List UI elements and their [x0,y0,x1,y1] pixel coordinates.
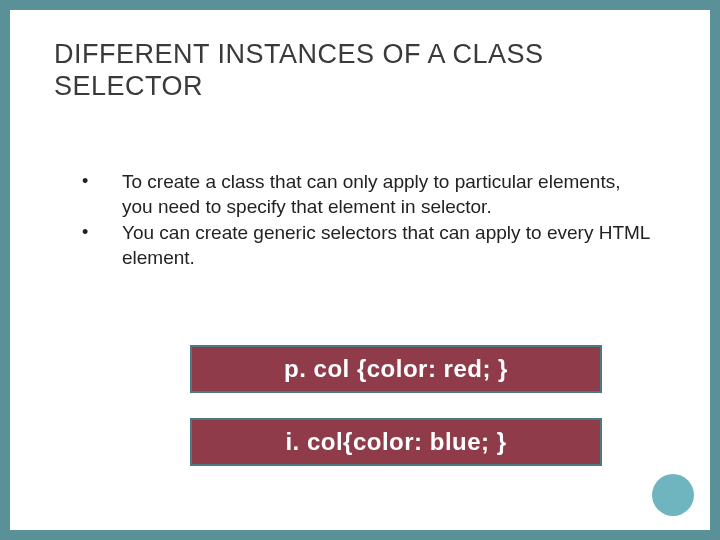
bullet-list: • To create a class that can only apply … [82,170,650,273]
bullet-text: To create a class that can only apply to… [122,170,650,219]
list-item: • To create a class that can only apply … [82,170,650,219]
slide: DIFFERENT INSTANCES OF A CLASS SELECTOR … [10,10,710,530]
slide-title: DIFFERENT INSTANCES OF A CLASS SELECTOR [54,38,666,103]
decoration-circle-icon [652,474,694,516]
list-item: • You can create generic selectors that … [82,221,650,270]
bullet-icon: • [82,221,122,244]
code-example-1: p. col {color: red; } [190,345,602,393]
code-example-2: i. col{color: blue; } [190,418,602,466]
bullet-text: You can create generic selectors that ca… [122,221,650,270]
bullet-icon: • [82,170,122,193]
